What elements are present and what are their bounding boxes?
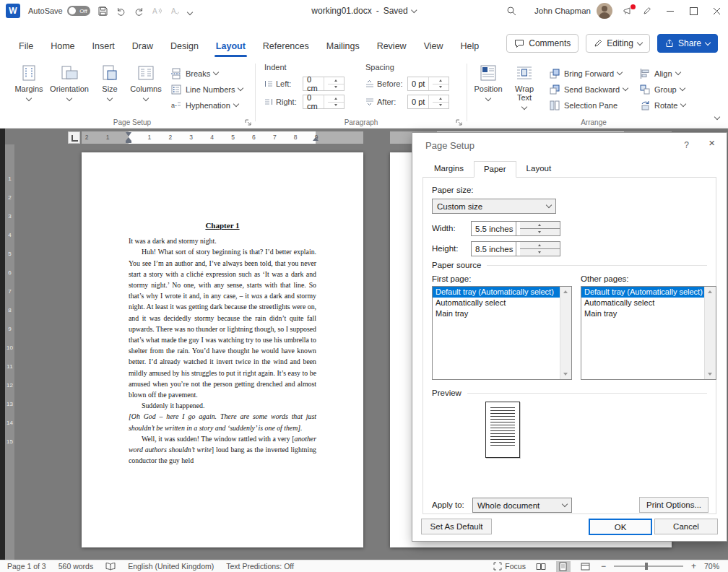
tab-insert[interactable]: Insert: [84, 37, 124, 58]
chapter-heading[interactable]: Chapter 1: [129, 220, 316, 231]
list-item-selected[interactable]: Default tray (Automatically select): [433, 287, 560, 298]
spacing-after-input[interactable]: 0 pt: [407, 95, 449, 109]
scrollbar[interactable]: [704, 287, 716, 379]
undo-icon[interactable]: [116, 6, 126, 16]
zoom-in-button[interactable]: +: [691, 563, 696, 570]
page-setup-dialog-launcher[interactable]: [244, 118, 252, 126]
height-input[interactable]: 8.5 inches: [471, 241, 560, 256]
hyphenation-button[interactable]: a- Hyphenation: [170, 99, 243, 111]
first-page-list[interactable]: Default tray (Automatically select) Auto…: [432, 286, 572, 380]
tab-draw[interactable]: Draw: [124, 37, 162, 58]
list-item[interactable]: Main tray: [581, 308, 705, 319]
breaks-button[interactable]: Breaks: [170, 67, 243, 79]
page-1[interactable]: Chapter 1 It was a dark and stormy night…: [82, 152, 363, 547]
paper-size-dropdown[interactable]: Custom size: [432, 199, 556, 214]
line-numbers-button[interactable]: Line Numbers: [170, 83, 243, 95]
margins-button[interactable]: Margins: [12, 61, 46, 111]
minimize-button[interactable]: [659, 0, 682, 22]
scroll-up-icon[interactable]: [708, 290, 712, 293]
tab-view[interactable]: View: [415, 37, 452, 58]
document-paragraph[interactable]: [Oh God – here I go again. There are som…: [129, 411, 316, 433]
focus-mode-button[interactable]: Focus: [493, 562, 526, 571]
proofing-status-icon[interactable]: [105, 562, 116, 571]
dialog-tab-paper[interactable]: Paper: [474, 161, 516, 178]
list-item-selected[interactable]: Default tray (Automatically select): [581, 287, 705, 298]
apply-to-dropdown[interactable]: Whole document: [472, 498, 572, 513]
accessibility-check-icon[interactable]: A: [171, 6, 179, 15]
read-mode-button[interactable]: [534, 561, 548, 572]
indent-right-input[interactable]: 0 cm: [303, 95, 344, 109]
spinner-buttons[interactable]: [324, 95, 344, 108]
text-predictions-status[interactable]: Text Predictions: Off: [226, 562, 294, 571]
comments-button[interactable]: Comments: [506, 34, 578, 53]
dialog-close-button[interactable]: ×: [708, 136, 715, 149]
editing-mode-button[interactable]: Editing: [586, 34, 650, 53]
page-number-status[interactable]: Page 1 of 3: [7, 562, 46, 571]
language-status[interactable]: English (United Kingdom): [128, 562, 214, 571]
avatar[interactable]: [597, 3, 612, 19]
share-button[interactable]: Share: [657, 34, 718, 53]
web-layout-button[interactable]: [578, 561, 593, 572]
group-button[interactable]: Group: [639, 83, 685, 95]
spinner-buttons[interactable]: [428, 95, 449, 108]
rotate-button[interactable]: Rotate: [639, 99, 685, 111]
scroll-down-icon[interactable]: [563, 373, 568, 376]
selection-pane-button[interactable]: Selection Pane: [549, 99, 628, 111]
right-indent-marker[interactable]: [313, 137, 318, 141]
position-button[interactable]: Position: [471, 61, 506, 111]
document-paragraph[interactable]: Suddenly it happened.: [129, 400, 316, 411]
maximize-button[interactable]: [682, 0, 705, 22]
cancel-button[interactable]: Cancel: [654, 519, 718, 534]
close-button[interactable]: [705, 0, 728, 22]
columns-button[interactable]: Columns: [129, 61, 163, 111]
scroll-down-icon[interactable]: [708, 373, 712, 376]
list-item[interactable]: Automatically select: [581, 298, 705, 308]
tab-help[interactable]: Help: [452, 37, 488, 58]
dialog-help-button[interactable]: ?: [684, 140, 689, 150]
document-paragraph[interactable]: Well, it was sudden! The window rattled …: [129, 433, 316, 467]
tab-file[interactable]: File: [10, 37, 42, 58]
horizontal-ruler[interactable]: 12345678912: [82, 131, 363, 144]
left-indent-marker[interactable]: [126, 141, 131, 143]
page-text-area[interactable]: Chapter 1 It was a dark and stormy night…: [129, 220, 316, 466]
collapse-ribbon-button[interactable]: [715, 109, 719, 122]
autosave-toggle[interactable]: AutoSave Off: [28, 6, 90, 16]
width-input[interactable]: 5.5 inches: [471, 221, 560, 236]
word-count-status[interactable]: 560 words: [58, 562, 93, 571]
document-paragraph[interactable]: It was a dark and stormy night.: [129, 235, 316, 246]
other-pages-list[interactable]: Default tray (Automatically select) Auto…: [581, 286, 716, 380]
send-backward-button[interactable]: Send Backward: [549, 83, 628, 95]
list-item[interactable]: Automatically select: [433, 298, 560, 308]
tab-mailings[interactable]: Mailings: [318, 37, 368, 58]
search-icon[interactable]: [500, 0, 523, 22]
customize-qat-chevron-icon[interactable]: [188, 4, 192, 17]
size-button[interactable]: Size: [92, 61, 127, 111]
set-as-default-button[interactable]: Set As Default: [421, 519, 492, 534]
read-aloud-icon[interactable]: A: [152, 6, 162, 15]
align-button[interactable]: Align: [639, 67, 685, 79]
tab-references[interactable]: References: [254, 37, 318, 58]
pen-icon[interactable]: [643, 6, 651, 15]
print-options-button[interactable]: Print Options...: [639, 497, 708, 513]
spinner-buttons[interactable]: [516, 242, 560, 256]
indent-left-input[interactable]: 0 cm: [303, 77, 344, 91]
dialog-tab-margins[interactable]: Margins: [424, 160, 474, 177]
vertical-ruler[interactable]: 123456789101112131415: [5, 144, 14, 560]
word-logo-icon[interactable]: W: [6, 4, 20, 18]
zoom-slider-thumb[interactable]: [645, 563, 648, 570]
tab-review[interactable]: Review: [368, 37, 415, 58]
spinner-buttons[interactable]: [516, 222, 560, 235]
bring-forward-button[interactable]: Bring Forward: [549, 67, 628, 79]
spinner-buttons[interactable]: [428, 77, 449, 90]
list-item[interactable]: Main tray: [433, 308, 560, 319]
spacing-before-input[interactable]: 0 pt: [407, 77, 449, 91]
dialog-tab-layout[interactable]: Layout: [516, 160, 562, 177]
tab-design[interactable]: Design: [162, 37, 207, 58]
document-title[interactable]: working01.docx - Saved: [311, 6, 416, 16]
save-icon[interactable]: [98, 6, 108, 16]
tab-selector[interactable]: [68, 131, 80, 144]
account-menu[interactable]: John Chapman: [534, 3, 612, 19]
redo-icon[interactable]: [134, 6, 144, 16]
orientation-button[interactable]: Orientation: [48, 61, 91, 111]
print-layout-button[interactable]: [556, 561, 571, 572]
